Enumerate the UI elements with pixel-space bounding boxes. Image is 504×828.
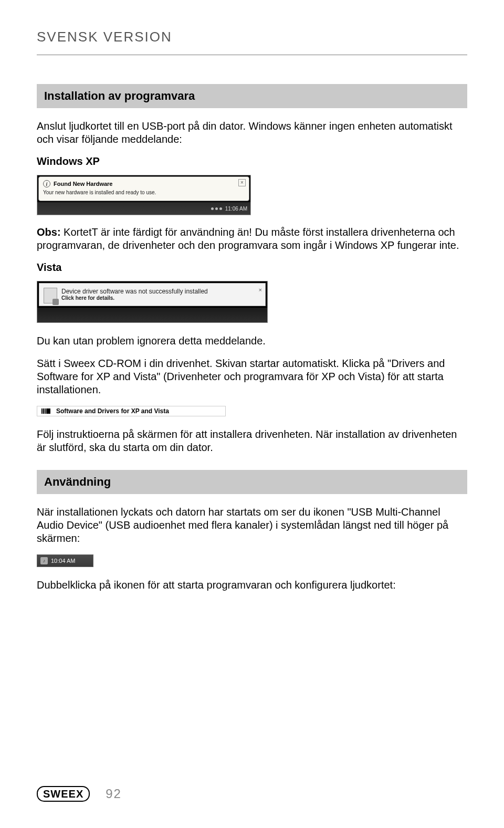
installer-icon [41, 407, 51, 415]
obs-text: KortetT är inte färdigt för användning ä… [37, 226, 459, 251]
obs-paragraph: Obs: KortetT är inte färdigt för användn… [37, 226, 467, 252]
vista-balloon: Device driver software was not successfu… [39, 283, 266, 306]
autorun-menu-label: Software and Drivers for XP and Vista [56, 407, 169, 415]
follow-instructions-paragraph: Följ instruktioerna på skärmen för att i… [37, 428, 467, 454]
xp-system-tray: 11:06 AM [37, 202, 250, 215]
systray-clock: 10:04 AM [51, 558, 75, 564]
section-title-install: Installation av programvara [37, 84, 467, 108]
xp-subheading: Windows XP [37, 155, 467, 167]
obs-label: Obs: [37, 226, 61, 238]
page-header: SVENSK VERSION [37, 29, 467, 45]
page-number: 92 [106, 787, 122, 801]
vista-balloon-line1: Device driver software was not successfu… [61, 288, 251, 295]
intro-paragraph: Anslut ljudkortet till en USB-port på di… [37, 120, 467, 146]
usage-paragraph-2: Dubbelklicka på ikonen för att starta pr… [37, 579, 467, 592]
close-icon: × [238, 179, 246, 186]
section-title-usage: Användning [37, 470, 467, 494]
page-footer: SWEEX 92 [37, 786, 467, 802]
header-divider [37, 55, 467, 55]
audio-device-tray-icon: ♪ [40, 557, 48, 564]
xp-balloon-subtext: Your new hardware is installed and ready… [43, 190, 245, 195]
vista-notification-screenshot: Device driver software was not successfu… [37, 281, 268, 323]
ignore-message-text: Du kan utan problem ignorera detta medde… [37, 334, 467, 348]
xp-balloon: i Found New Hardware × Your new hardware… [38, 176, 249, 201]
xp-balloon-title: Found New Hardware [54, 181, 112, 187]
usage-paragraph-1: När installationen lyckats och datorn ha… [37, 506, 467, 545]
xp-tray-clock: 11:06 AM [225, 206, 247, 212]
vista-system-tray [37, 308, 267, 322]
vista-balloon-line2: Click here for details. [61, 295, 251, 301]
systray-screenshot: ♪ 10:04 AM [37, 554, 93, 567]
autorun-menu-item: Software and Drivers for XP and Vista [37, 406, 226, 416]
device-icon [44, 288, 57, 303]
sweex-logo: SWEEX [37, 786, 90, 802]
xp-notification-screenshot: i Found New Hardware × Your new hardware… [37, 175, 251, 215]
cdrom-paragraph: Sätt i Sweex CD-ROM i din drivenhet. Ski… [37, 357, 467, 396]
vista-subheading: Vista [37, 261, 467, 274]
info-icon: i [43, 180, 50, 187]
close-icon: × [259, 287, 262, 293]
